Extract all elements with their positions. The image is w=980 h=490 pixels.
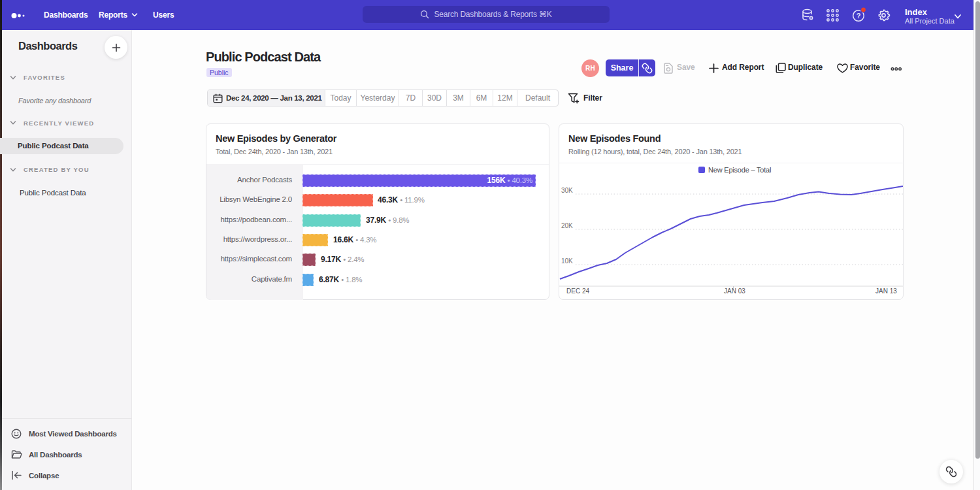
- svg-text:?: ?: [857, 12, 861, 20]
